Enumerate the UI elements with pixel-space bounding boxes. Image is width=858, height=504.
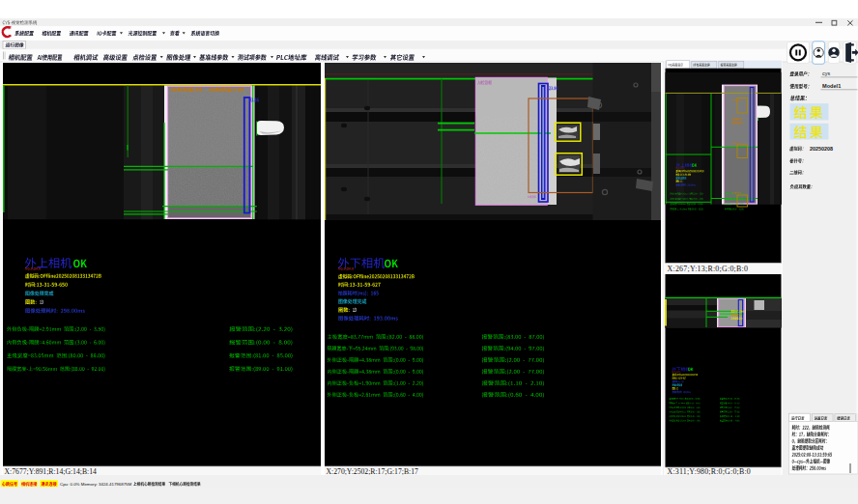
svg-text:X:270;Y:2502;R:17;G:17;B:17: X:270;Y:2502;R:17;G:17;B:17 [327, 467, 419, 476]
svg-text:cys: cys [822, 70, 830, 76]
svg-text:20250208: 20250208 [810, 146, 833, 152]
svg-text:X:267;Y:13;R:0;G:0;B:0: X:267;Y:13;R:0;G:0;B:0 [668, 265, 749, 273]
svg-text:X:311;Y:980;R:0;G:0;B:0: X:311;Y:980;R:0;G:0;B:0 [668, 467, 751, 476]
svg-text:Cpu: 0.0% Memory: 3424.4179687: Cpu: 0.0% Memory: 3424.41796875M [60, 482, 132, 487]
svg-text:Model1: Model1 [822, 83, 841, 89]
svg-text:X:7677;Y:891;R:14;G:14;B:14: X:7677;Y:891;R:14;G:14;B:14 [5, 467, 98, 476]
